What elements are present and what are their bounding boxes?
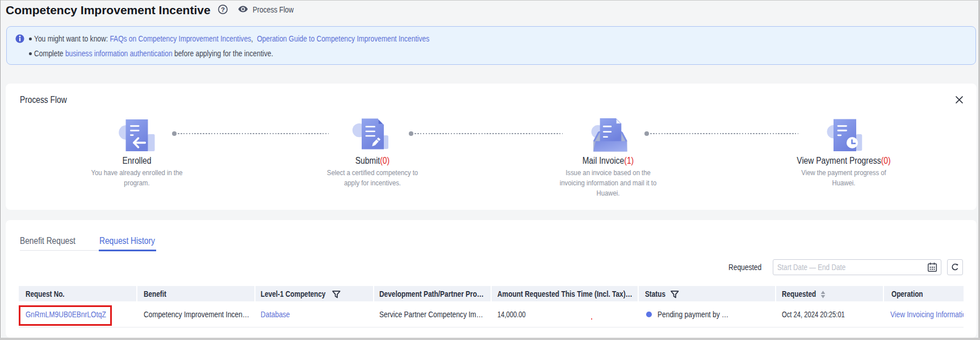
svg-text:?: ? bbox=[221, 6, 225, 13]
